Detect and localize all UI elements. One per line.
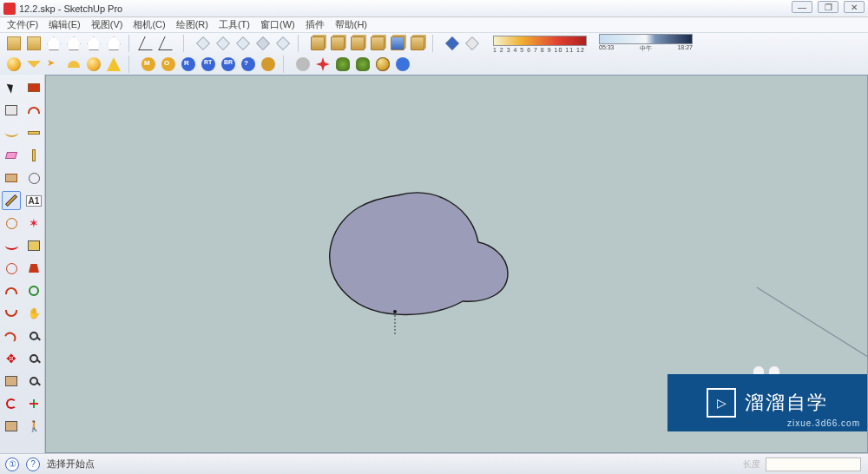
tape-tool[interactable] [24,123,43,142]
status-info-button[interactable]: ① [5,458,19,471]
orbit-icon [29,286,39,296]
menu-camera[interactable]: 相机(C) [133,18,165,31]
arc-icon [4,330,18,342]
layers-1-button[interactable] [309,35,326,52]
house-icon [87,36,101,50]
orbit-tool[interactable] [24,281,43,300]
menu-tools[interactable]: 工具(T) [219,18,250,31]
layers-3-button[interactable] [349,35,366,52]
diamond-icon [465,36,479,50]
fog-toggle-button[interactable] [464,35,481,52]
freehand-tool[interactable] [2,236,21,255]
house-icon [47,36,61,50]
batch-br-button[interactable]: BR [220,56,237,73]
parallelogram-icon [138,36,158,50]
text-icon: A1 [26,195,43,207]
tree-2-button[interactable] [354,56,372,73]
pan-tool[interactable]: ✋ [24,304,43,323]
followme-tool[interactable] [2,417,21,436]
display-wire-button[interactable] [194,35,212,52]
style-1-button[interactable] [140,35,157,52]
shadow-toggle-button[interactable] [444,35,461,52]
layers-5-button[interactable] [389,35,406,52]
text-tool[interactable]: A1 [24,191,43,210]
display-shaded-button[interactable] [234,35,252,52]
display-mono-button[interactable] [274,35,292,52]
pause-button[interactable] [394,56,411,73]
grey-tool-button[interactable] [294,56,312,73]
layers-4-button[interactable] [369,35,386,52]
pushpull-tool[interactable] [2,372,21,391]
display-shaded-tex-button[interactable] [254,35,272,52]
lasso-tool[interactable] [2,123,21,142]
arc-icon [5,310,17,317]
render-rt-button[interactable]: RT [200,56,217,73]
open-button[interactable] [25,35,43,52]
plane-tool-button[interactable] [25,56,43,73]
offset-tool[interactable] [24,101,43,120]
menu-view[interactable]: 视图(V) [91,18,123,31]
rotate-tool[interactable] [2,394,21,413]
new-file-button[interactable] [5,35,23,52]
circle-tool[interactable] [2,214,21,233]
zoom-window-tool[interactable] [24,372,43,391]
time-of-day-widget[interactable]: 05:33 中午 18:27 [599,34,693,53]
render-r-button[interactable]: R [180,56,197,73]
maximize-button[interactable]: ❐ [818,1,838,13]
arc2-tool[interactable] [2,304,21,323]
protractor-tool[interactable] [24,168,43,188]
scale-tool[interactable] [24,78,43,97]
zoom-extents-tool[interactable] [24,349,43,368]
diamond-icon [216,36,230,50]
layers-2-button[interactable] [329,35,346,52]
viewport[interactable]: ▷ 溜溜自学 zixue.3d66.com [45,75,868,453]
dimension-tool[interactable] [24,146,43,165]
menu-draw[interactable]: 绘图(R) [176,18,208,31]
settings-gear-button[interactable] [260,56,277,73]
close-button[interactable]: ✕ [844,1,865,13]
front-view-button[interactable] [85,35,102,52]
component-tool[interactable] [2,101,21,120]
material-m-button[interactable]: M [140,56,157,73]
dome-tool-button[interactable] [65,56,82,73]
arc3-tool[interactable] [2,326,21,346]
paint-tool[interactable] [24,259,43,278]
3dtext-tool[interactable] [24,236,43,255]
walk-tool[interactable]: 🚶 [24,417,43,436]
status-help-button[interactable]: ? [26,458,40,471]
help-q-button[interactable]: ? [240,56,257,73]
menu-help[interactable]: 帮助(H) [335,18,367,31]
menu-edit[interactable]: 编辑(E) [49,18,81,31]
style-2-button[interactable] [160,35,177,52]
line-tool[interactable] [2,191,21,210]
polygon-tool[interactable] [2,259,21,278]
select-tool[interactable] [2,78,21,97]
globe-button[interactable] [374,56,391,73]
menu-window[interactable]: 窗口(W) [260,18,295,31]
iso-view-button[interactable] [45,35,62,52]
section-tool[interactable] [24,394,43,413]
eraser-tool[interactable] [2,146,21,165]
menu-plugins[interactable]: 插件 [306,18,325,31]
layers-6-button[interactable] [409,35,426,52]
tree-1-button[interactable] [334,56,352,73]
arrow-tool-button[interactable]: ➤ [45,56,62,73]
menu-file[interactable]: 文件(F) [7,18,38,31]
rotate-icon [6,398,16,409]
move-tool[interactable]: ✥ [2,349,21,368]
color-gradient-widget[interactable]: 1 2 3 4 5 6 7 8 9 10 11 12 [493,36,587,52]
sphere-tool-button[interactable] [5,56,23,73]
arc-tool[interactable] [2,281,21,300]
measurement-input[interactable] [766,458,861,471]
zoom-tool[interactable] [24,326,43,346]
options-o-button[interactable]: O [160,56,177,73]
axes-tool[interactable]: ✶ [24,214,43,233]
burst-tool-button[interactable] [314,56,332,73]
sphere2-tool-button[interactable] [85,56,102,73]
rectangle-tool[interactable] [2,168,21,188]
side-view-button[interactable] [105,35,122,52]
ies-tool-button[interactable] [105,56,122,73]
top-view-button[interactable] [65,35,82,52]
minimize-button[interactable]: — [792,1,812,13]
display-hidden-button[interactable] [214,35,232,52]
